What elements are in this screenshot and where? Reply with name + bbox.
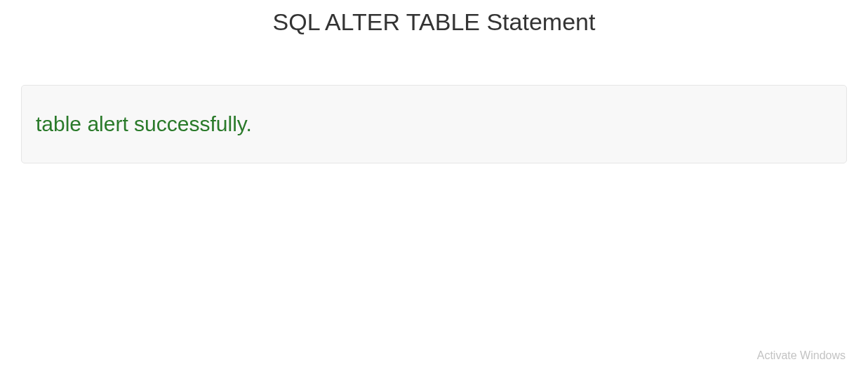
activate-windows-watermark: Activate Windows: [757, 349, 846, 362]
result-message-text: table alert successfully.: [36, 112, 832, 136]
page-title: SQL ALTER TABLE Statement: [0, 8, 868, 36]
result-message-box: table alert successfully.: [21, 85, 847, 163]
